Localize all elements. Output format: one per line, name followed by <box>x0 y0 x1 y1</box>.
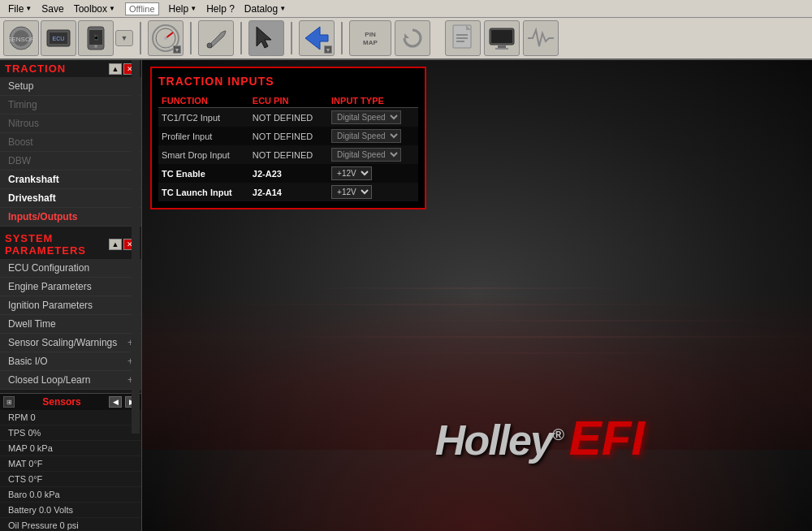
table-row: TC Enable J2-A23 +12V <box>158 164 418 183</box>
ecu-toolbar-btn[interactable]: ECU <box>41 20 76 56</box>
sidebar-item-boost[interactable]: Boost <box>0 133 141 152</box>
svg-marker-16 <box>257 27 271 48</box>
svg-point-8 <box>94 45 97 48</box>
sidebar-item-ecu-config[interactable]: ECU Configuration <box>0 259 141 278</box>
menu-bar: File ▼ Save Toolbox ▼ Offline Help ▼ Hel… <box>0 0 812 18</box>
smart-drop-select[interactable]: Digital Speed <box>331 148 401 162</box>
sidebar-item-sensor-scaling[interactable]: Sensor Scaling/Warnings + <box>0 334 141 352</box>
menu-toolbox[interactable]: Toolbox ▼ <box>69 0 120 17</box>
sidebar-item-dwell-time[interactable]: Dwell Time <box>0 315 141 334</box>
sidebar-scrollbar[interactable] <box>132 60 140 434</box>
pin-map-btn[interactable]: PIN MAP <box>349 20 391 56</box>
func-tc1tc2: TC1/TC2 Input <box>158 108 249 127</box>
sensor-battery: Battery 0.0 Volts <box>0 503 141 518</box>
table-row: Smart Drop Input NOT DEFINED Digital Spe… <box>158 145 418 164</box>
blue-arrow-toolbar-btn[interactable]: ▼ <box>299 20 335 56</box>
sidebar-item-crankshaft[interactable]: Crankshaft <box>0 171 141 189</box>
sensor-toolbar-btn[interactable]: SENSOR <box>3 20 39 56</box>
sensor-map: MAP 0 kPa <box>0 441 141 456</box>
col-input-type: INPUT TYPE <box>328 94 418 108</box>
sidebar-item-setup[interactable]: Setup <box>0 77 141 96</box>
sys-params-header: SYSTEM PARAMETERS ▲ ✕ <box>0 230 141 259</box>
wrench-toolbar-btn[interactable] <box>198 20 234 56</box>
col-ecu-pin: ECU PIN <box>249 94 328 108</box>
inputs-table: FUNCTION ECU PIN INPUT TYPE TC1/TC2 Inpu… <box>158 94 418 201</box>
tc-enable-select[interactable]: +12V <box>331 166 372 180</box>
document-toolbar-btn[interactable] <box>445 20 481 56</box>
red-glow <box>142 287 812 531</box>
func-profiler: Profiler Input <box>158 127 249 145</box>
sensors-title: Sensors <box>18 396 106 408</box>
sensors-section: ⊞ Sensors ◀ ▶ RPM 0 TPS 0% MAP 0 kPa MAT… <box>0 393 141 531</box>
toolbar-sep-4 <box>291 22 292 54</box>
sys-params-title: SYSTEM PARAMETERS <box>5 232 109 257</box>
sensors-grid-btn[interactable]: ⊞ <box>3 396 15 408</box>
svg-text:📱: 📱 <box>93 33 100 41</box>
menu-save[interactable]: Save <box>37 0 68 17</box>
func-tc-launch: TC Launch Input <box>158 183 249 201</box>
sidebar-item-ignition-params[interactable]: Ignition Parameters <box>0 296 141 315</box>
cursor-toolbar-btn[interactable] <box>248 20 284 56</box>
sidebar-item-dbw[interactable]: DBW <box>0 152 141 171</box>
menu-help2[interactable]: Help ? <box>201 0 240 17</box>
menu-offline[interactable]: Offline <box>120 0 164 17</box>
profiler-select[interactable]: Digital Speed <box>331 129 401 143</box>
svg-point-15 <box>207 43 212 48</box>
menu-help[interactable]: Help ▼ <box>164 0 202 17</box>
type-profiler: Digital Speed <box>328 127 418 145</box>
type-tc1tc2: Digital Speed <box>328 108 418 127</box>
sub-toolbar-btn[interactable]: ▼ <box>115 30 133 46</box>
tc1tc2-select[interactable]: Digital Speed <box>331 110 401 124</box>
toolbar-sep-5 <box>341 22 343 54</box>
monitor-toolbar-btn[interactable] <box>484 20 520 56</box>
func-tc-enable: TC Enable <box>158 164 249 183</box>
svg-rect-25 <box>491 30 512 43</box>
sensor-tps: TPS 0% <box>0 425 141 441</box>
sensor-mat: MAT 0°F <box>0 456 141 472</box>
traction-panel-header: TRACTION ▲ ✕ <box>0 60 141 77</box>
type-tc-enable: +12V <box>328 164 418 183</box>
gauge-toolbar-btn[interactable]: 0 60 ▼ <box>148 20 184 56</box>
svg-rect-27 <box>495 48 508 50</box>
sidebar-item-closed-loop[interactable]: Closed Loop/Learn + <box>0 371 141 390</box>
efi-wordmark: EFI <box>569 410 645 466</box>
menu-file[interactable]: File ▼ <box>3 0 37 17</box>
table-header-row: FUNCTION ECU PIN INPUT TYPE <box>158 94 418 108</box>
svg-text:SENSOR: SENSOR <box>7 36 35 43</box>
offline-badge: Offline <box>125 2 159 15</box>
traction-inputs-panel: TRACTION INPUTS FUNCTION ECU PIN INPUT T… <box>150 67 426 209</box>
sidebar-item-timing[interactable]: Timing <box>0 96 141 114</box>
type-tc-launch: +12V <box>328 183 418 201</box>
phone-toolbar-btn[interactable]: 📱 <box>78 20 114 56</box>
tc-launch-select[interactable]: +12V <box>331 185 372 199</box>
toolbar-left-group: SENSOR ECU 📱 ▼ <box>3 20 133 56</box>
svg-point-13 <box>164 37 167 40</box>
svg-text:0 60: 0 60 <box>161 45 171 50</box>
sidebar-item-basic-io[interactable]: Basic I/O + <box>0 352 141 371</box>
menu-datalog[interactable]: Datalog ▼ <box>240 0 291 17</box>
waveform-toolbar-btn[interactable] <box>523 20 559 56</box>
menu-toolbox-arrow: ▼ <box>109 5 115 12</box>
sensor-rpm: RPM 0 <box>0 410 141 425</box>
sidebar-item-inputs-outputs[interactable]: Inputs/Outputs <box>0 208 141 227</box>
system-params-panel: SYSTEM PARAMETERS ▲ ✕ ECU Configuration … <box>0 230 141 390</box>
sidebar-item-engine-params[interactable]: Engine Parameters <box>0 278 141 296</box>
traction-collapse-btn[interactable]: ▲ <box>109 63 122 75</box>
svg-marker-18 <box>404 33 409 38</box>
pin-tc-enable: J2-A23 <box>249 164 328 183</box>
sys-params-collapse-btn[interactable]: ▲ <box>109 239 122 250</box>
sensor-baro: Baro 0.0 kPa <box>0 487 141 503</box>
sensors-prev-btn[interactable]: ◀ <box>109 396 122 408</box>
streak-3 <box>386 320 792 322</box>
refresh-toolbar-btn[interactable] <box>395 20 430 56</box>
traction-title: TRACTION <box>5 63 66 75</box>
streak-5 <box>345 352 710 354</box>
toolbar-sep-2 <box>190 22 192 54</box>
toolbar-sep-1 <box>140 22 141 54</box>
pin-tc1tc2: NOT DEFINED <box>249 108 328 127</box>
main-area: TRACTION ▲ ✕ Setup Timing Nitrous Boost … <box>0 60 812 531</box>
menu-datalog-arrow: ▼ <box>279 5 286 12</box>
menu-help-arrow: ▼ <box>190 5 197 12</box>
sidebar-item-nitrous[interactable]: Nitrous <box>0 114 141 133</box>
sidebar-item-driveshaft[interactable]: Driveshaft <box>0 189 141 208</box>
